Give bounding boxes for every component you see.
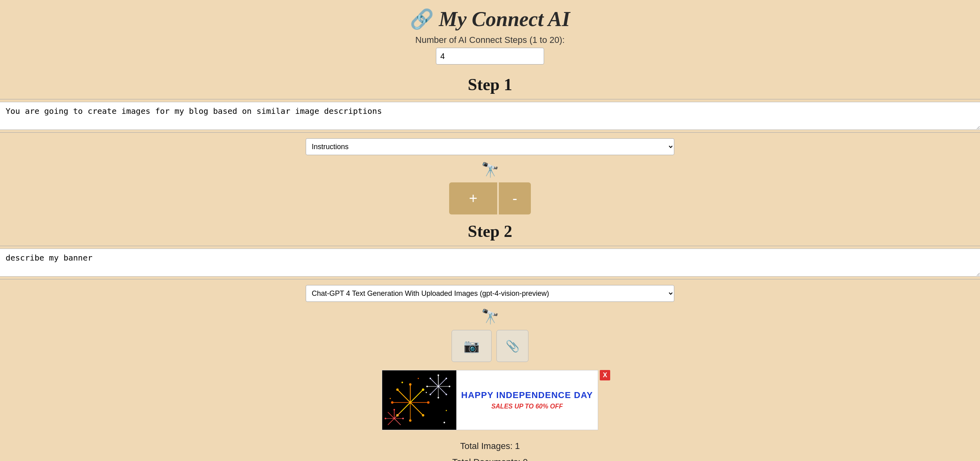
divider-step1-top [0, 99, 980, 99]
divider-step2-top [0, 246, 980, 246]
svg-point-48 [446, 410, 447, 411]
step1-remove-button[interactable]: - [499, 182, 531, 214]
divider-step2-bottom [0, 279, 980, 279]
svg-point-28 [446, 378, 447, 379]
step2-upload-buttons: 📷 📎 [452, 330, 528, 362]
svg-point-11 [422, 388, 424, 391]
divider-step1-bottom [0, 132, 980, 133]
step1-action-buttons: + - [449, 182, 531, 214]
svg-point-34 [430, 378, 431, 379]
banner-close-button[interactable]: X [600, 370, 610, 380]
svg-point-44 [402, 418, 404, 419]
banner-image [382, 370, 456, 430]
step1-dropdown[interactable]: Instructions [306, 138, 674, 155]
total-documents-label: Total Documents: 0 [452, 454, 528, 461]
total-images-label: Total Images: 1 [452, 438, 528, 454]
app-title: My Connect AI [439, 7, 570, 31]
camera-button[interactable]: 📷 [452, 330, 492, 362]
app-header: 🔗 My Connect AI [410, 7, 570, 31]
svg-point-50 [444, 422, 445, 423]
step2-dropdown[interactable]: Chat-GPT 4 Text Generation With Uploaded… [306, 285, 674, 302]
steps-input[interactable] [436, 48, 544, 65]
step1-textarea[interactable]: You are going to create images for my bl… [0, 102, 980, 130]
paperclip-icon: 📎 [506, 340, 520, 353]
logo-icon: 🔗 [410, 10, 434, 29]
steps-label: Number of AI Connect Steps (1 to 20): [415, 35, 565, 45]
svg-point-45 [385, 418, 386, 419]
svg-point-33 [426, 386, 428, 387]
svg-point-14 [409, 419, 411, 422]
step1-add-button[interactable]: + [449, 182, 497, 214]
svg-point-12 [427, 401, 430, 404]
paperclip-button[interactable]: 📎 [496, 330, 528, 362]
binoculars-icon-step1: 🔭 [481, 162, 499, 178]
svg-point-27 [438, 374, 439, 376]
svg-point-16 [391, 401, 393, 404]
step2-heading: Step 2 [468, 222, 512, 241]
banner-sub-text: SALES UP TO 60% OFF [491, 403, 563, 410]
banner-wrapper: HAPPY INDEPENDENCE DAY SALES UP TO 60% O… [382, 370, 598, 430]
svg-point-43 [393, 409, 395, 410]
totals-section: Total Images: 1 Total Documents: 0 [452, 438, 528, 461]
banner-text-area: HAPPY INDEPENDENCE DAY SALES UP TO 60% O… [456, 370, 598, 430]
svg-point-49 [390, 398, 391, 399]
banner-main-text: HAPPY INDEPENDENCE DAY [461, 390, 593, 400]
banner-container: HAPPY INDEPENDENCE DAY SALES UP TO 60% O… [382, 370, 598, 430]
binoculars-icon-step2: 🔭 [481, 308, 499, 325]
svg-point-31 [438, 397, 439, 398]
svg-point-32 [430, 394, 431, 395]
svg-point-47 [426, 392, 427, 393]
camera-icon: 📷 [464, 338, 480, 354]
fireworks-svg [382, 370, 456, 430]
svg-point-17 [396, 388, 399, 391]
svg-point-13 [422, 414, 424, 417]
svg-point-29 [449, 386, 450, 387]
step1-heading: Step 1 [468, 75, 512, 94]
steps-input-wrapper [436, 48, 544, 65]
svg-point-46 [401, 382, 403, 383]
step2-textarea[interactable]: describe my banner [0, 249, 980, 277]
svg-point-10 [409, 383, 411, 386]
svg-point-30 [446, 394, 447, 395]
svg-point-51 [418, 378, 419, 379]
